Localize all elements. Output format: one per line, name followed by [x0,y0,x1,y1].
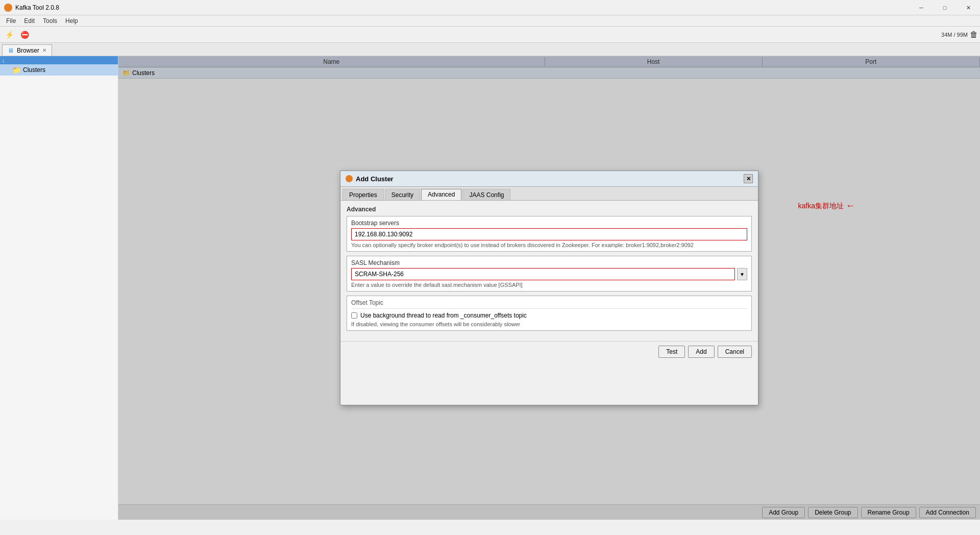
app-title: Kafka Tool 2.0.8 [15,4,59,11]
dialog-title-text: Add Cluster [356,175,394,183]
toolbar: ⚡ ⛔ 34M / 99M 🗑 [0,27,980,43]
folder-icon: 📁 [12,66,21,74]
bootstrap-servers-input[interactable] [351,228,747,240]
offset-topic-checkbox-row: Use background thread to read from _cons… [351,312,747,319]
content-area: Name Host Port 📁 Clusters Add Cluster ✕ [118,56,980,520]
tab-browser-icon: 🖥 [8,47,14,54]
window-controls: ─ □ ✕ [910,0,980,15]
advanced-section-heading: Advanced [347,206,752,213]
sidebar-clusters-label: Clusters [23,66,45,74]
menu-tools[interactable]: Tools [39,16,61,26]
menu-help[interactable]: Help [61,16,82,26]
memory-icon: 🗑 [970,30,978,39]
sidebar: ↓ 📁 Clusters [0,56,118,520]
dialog-title-icon [346,175,353,182]
bootstrap-servers-label: Bootstrap servers [351,220,747,227]
sidebar-header: ↓ [0,56,118,64]
dialog-close-button[interactable]: ✕ [744,174,753,183]
advanced-label: Advanced [347,206,376,213]
dialog-tab-advanced[interactable]: Advanced [421,189,461,200]
app-icon [4,4,12,12]
annotation: kafka集群地址 ← [798,201,855,211]
sidebar-header-icon: ↓ [2,57,5,63]
test-button[interactable]: Test [658,346,685,358]
title-bar: Kafka Tool 2.0.8 ─ □ ✕ [0,0,980,15]
maximize-button[interactable]: □ [933,0,957,15]
dialog-title-bar: Add Cluster ✕ [340,171,758,187]
dialog-tab-bar: Properties Security Advanced JAAS Config [340,187,758,201]
dialog-tab-security[interactable]: Security [385,189,420,200]
modal-overlay: Add Cluster ✕ Properties Security Advanc… [118,56,980,520]
add-button[interactable]: Add [688,346,714,358]
annotation-arrow: ← [846,201,855,211]
offset-topic-section: Offset Topic Use background thread to re… [347,296,752,331]
tab-browser-label: Browser [17,47,39,54]
sasl-mechanism-hint: Enter a value to override the default sa… [351,282,747,288]
offset-topic-header: Offset Topic [351,299,747,309]
bootstrap-servers-hint: You can optionally specify broker endpoi… [351,242,747,248]
menu-file[interactable]: File [2,16,20,26]
bootstrap-servers-section: Bootstrap servers You can optionally spe… [347,216,752,252]
dialog-footer: Test Add Cancel [340,341,758,362]
tab-browser[interactable]: 🖥 Browser ✕ [2,44,52,56]
cancel-button[interactable]: Cancel [718,346,752,358]
sasl-mechanism-label: SASL Mechanism [351,259,747,266]
main-layout: ↓ 📁 Clusters Name Host Port 📁 Clusters [0,56,980,520]
dialog-content: Advanced Bootstrap servers You can optio… [340,201,758,336]
menu-bar: File Edit Tools Help [0,15,980,27]
connect-button[interactable]: ⚡ [2,28,16,41]
minimize-button[interactable]: ─ [910,0,933,15]
menu-edit[interactable]: Edit [20,16,39,26]
memory-label: 34M / 99M [941,32,968,38]
annotation-text: kafka集群地址 [798,202,844,211]
sasl-dropdown-button[interactable]: ▼ [737,268,747,280]
close-button[interactable]: ✕ [957,0,980,15]
sasl-mechanism-section: SASL Mechanism ▼ Enter a value to overri… [347,256,752,291]
sasl-row: ▼ [351,268,747,280]
tab-bar: 🖥 Browser ✕ [0,43,980,56]
dialog-tab-properties[interactable]: Properties [342,189,384,200]
add-cluster-dialog: Add Cluster ✕ Properties Security Advanc… [340,171,758,405]
sasl-mechanism-input[interactable] [351,268,735,280]
offset-topic-checkbox-label: Use background thread to read from _cons… [360,312,527,319]
sidebar-item-clusters[interactable]: 📁 Clusters [0,64,118,76]
disconnect-button[interactable]: ⛔ [17,28,32,41]
offset-topic-hint: If disabled, viewing the consumer offset… [351,321,747,327]
offset-topic-checkbox[interactable] [351,312,357,319]
dialog-tab-jaas-config[interactable]: JAAS Config [462,189,510,200]
memory-indicator: 34M / 99M 🗑 [941,30,978,39]
tab-close-icon[interactable]: ✕ [42,47,46,53]
